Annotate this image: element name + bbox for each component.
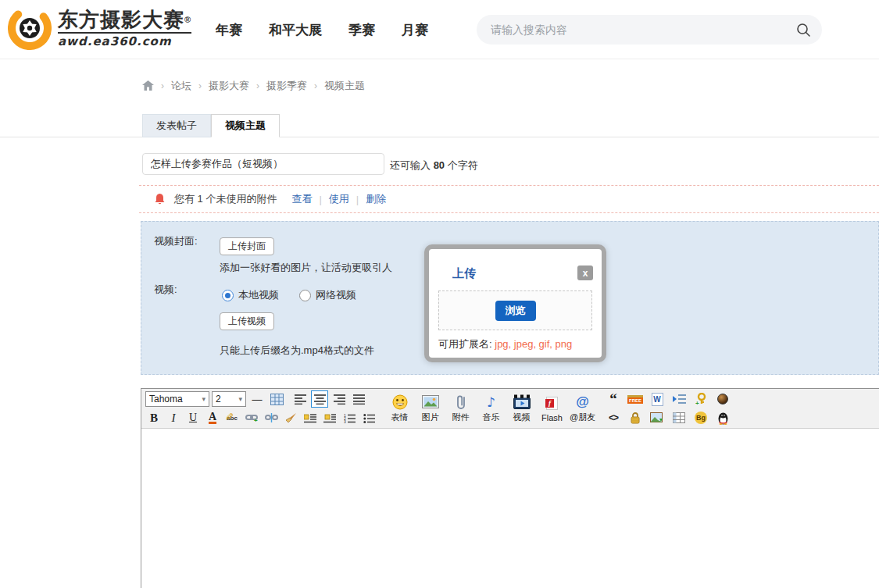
logo-title: 东方摄影大赛® [58, 8, 191, 31]
bg-icon: Bg [695, 412, 707, 424]
breadcrumb-contest[interactable]: 摄影大赛 [209, 79, 249, 93]
font-size-select[interactable]: 2 ▾ [212, 391, 246, 407]
ordered-list-button[interactable]: 123 [341, 409, 358, 426]
home-icon[interactable] [142, 80, 154, 91]
local-video-radio[interactable]: 本地视频 [222, 288, 279, 302]
radio-checked-icon[interactable] [222, 290, 234, 301]
underline-button[interactable]: U [184, 409, 202, 426]
horizontal-rule-button[interactable]: — [248, 390, 266, 408]
align-justify-button[interactable] [350, 390, 367, 408]
mention-label: @朋友 [570, 412, 595, 423]
flash-f: f [545, 399, 554, 408]
post-title-input[interactable] [142, 153, 384, 175]
svg-text:+: + [254, 417, 258, 422]
paperclip-icon [456, 394, 466, 410]
upload-cover-button[interactable]: 上传封面 [220, 237, 274, 255]
network-video-radio[interactable]: 网络视频 [299, 288, 356, 302]
quote-button[interactable]: “ [605, 390, 622, 408]
close-icon[interactable]: x [577, 265, 593, 280]
outdent-button[interactable] [302, 409, 319, 426]
word-paste-button[interactable]: W [649, 390, 666, 408]
insert-music-button[interactable]: ♪ 音乐 [477, 394, 506, 423]
browse-button[interactable]: 浏览 [495, 301, 536, 321]
attachment-delete-link[interactable]: 删除 [366, 192, 386, 206]
search-icon[interactable] [796, 23, 811, 37]
breadcrumb-season[interactable]: 摄影季赛 [266, 79, 307, 93]
clear-format-brush-button[interactable] [282, 409, 299, 426]
insert-table-button[interactable] [268, 390, 285, 408]
breadcrumb-separator: › [256, 80, 259, 91]
nav-item-peace-expo[interactable]: 和平大展 [269, 21, 322, 39]
svg-text:3: 3 [344, 419, 346, 423]
chevron-down-icon: ▾ [238, 395, 242, 403]
breadcrumb-video-topic[interactable]: 视频主题 [324, 79, 365, 93]
smiley-icon [392, 394, 408, 410]
upload-dialog: 上传 x 浏览 可用扩展名: jpg, jpeg, gif, png [424, 244, 606, 362]
insert-flash-button[interactable]: f Flash [538, 394, 566, 423]
list-structure-button[interactable] [670, 390, 688, 408]
remove-link-button[interactable] [263, 409, 280, 426]
nav-item-monthly[interactable]: 月赛 [402, 21, 428, 39]
qq-emoticon-button[interactable] [714, 409, 731, 426]
nav-item-annual[interactable]: 年赛 [216, 21, 242, 39]
notice-separator: | [319, 194, 321, 205]
flash-icon: f [546, 395, 558, 412]
tab-new-post[interactable]: 发表帖子 [142, 114, 211, 137]
free-resource-button[interactable]: FREE [627, 390, 644, 408]
mention-friend-button[interactable]: @ @朋友 [568, 394, 597, 423]
align-center-button[interactable] [311, 390, 328, 408]
radio-unchecked-icon[interactable] [299, 290, 311, 301]
registered-mark: ® [184, 15, 191, 24]
video-source-radios: 本地视频 网络视频 [222, 288, 356, 302]
indent-button[interactable] [321, 409, 338, 426]
at-icon: @ [576, 394, 589, 410]
insert-image-button[interactable]: 图片 [416, 394, 445, 423]
font-color-button[interactable]: A [209, 412, 216, 424]
emoticon-button[interactable]: 表情 [385, 394, 414, 423]
align-right-button[interactable] [331, 390, 348, 408]
font-family-select[interactable]: Tahoma ▾ [145, 391, 209, 407]
insert-link-button[interactable]: + [243, 409, 260, 426]
ext-label: 可用扩展名: [438, 338, 492, 350]
align-left-button[interactable] [291, 390, 309, 408]
notice-separator: | [356, 194, 359, 205]
highlight-abc-button[interactable]: abc✎ [223, 409, 241, 426]
site-logo[interactable]: 东方摄影大赛® awd.ea360.com [8, 6, 191, 50]
unordered-list-button[interactable] [360, 409, 377, 426]
upload-video-button[interactable]: 上传视频 [220, 312, 274, 330]
nav-item-quarterly[interactable]: 季赛 [348, 21, 375, 39]
sphere-button[interactable] [714, 390, 731, 408]
bold-button[interactable]: B [145, 409, 163, 426]
rich-text-editor: Tahoma ▾ 2 ▾ — [141, 388, 879, 588]
insert-code-button[interactable]: <> [605, 409, 622, 426]
format-controls: Tahoma ▾ 2 ▾ — [145, 390, 377, 426]
attachment-button[interactable]: 附件 [446, 394, 475, 423]
breadcrumb-separator: › [198, 80, 202, 91]
video-label-toolbar: 视频 [513, 412, 531, 423]
font-family-value: Tahoma [149, 394, 183, 404]
insert-table-alt-button[interactable] [670, 409, 688, 426]
sphere-icon [717, 394, 728, 404]
reply-to-view-key-button[interactable]: + [692, 390, 709, 408]
breadcrumb-separator: › [314, 80, 317, 91]
italic-button[interactable]: I [165, 409, 182, 426]
post-tabs: 发表帖子 视频主题 [142, 114, 280, 137]
font-size-value: 2 [216, 394, 221, 404]
attachment-use-link[interactable]: 使用 [329, 192, 349, 206]
insert-video-button[interactable]: 视频 [507, 394, 536, 423]
file-drop-area[interactable]: 浏览 [438, 290, 592, 330]
save-image-button[interactable] [649, 409, 666, 426]
emoticon-label: 表情 [391, 412, 409, 423]
editor-content-area[interactable] [141, 429, 879, 588]
search-box[interactable] [477, 15, 822, 45]
attachment-label: 附件 [452, 412, 470, 423]
tab-video-topic[interactable]: 视频主题 [211, 114, 280, 137]
editor-toolbar: Tahoma ▾ 2 ▾ — [141, 389, 879, 429]
breadcrumb-forum[interactable]: 论坛 [171, 79, 191, 93]
hidden-content-lock-button[interactable] [627, 409, 644, 426]
attachment-view-link[interactable]: 查看 [291, 192, 312, 206]
logo-domain: awd.ea360.com [58, 32, 191, 48]
music-label: 音乐 [483, 412, 500, 423]
background-color-button[interactable]: Bg [692, 409, 709, 426]
search-input[interactable] [491, 23, 796, 36]
